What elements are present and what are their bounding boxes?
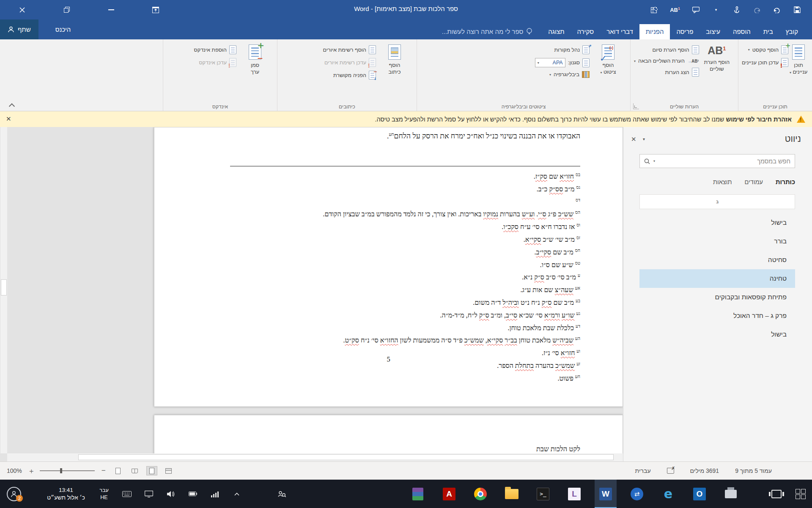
navigation-heading-4[interactable]: פתיחת קופסאות ובקבוקים <box>639 288 795 306</box>
footnote-line-1[interactable]: גסמ״ב סס״ק כ״ב. <box>184 182 580 195</box>
taskbar-app-file-explorer[interactable] <box>501 480 523 508</box>
tell-me-box[interactable]: ספר לי מה אתה רוצה לעשות... <box>433 28 542 39</box>
footnote-qat-icon[interactable]: AB1 <box>670 6 680 13</box>
taskbar-app-word[interactable]: W <box>595 480 617 508</box>
insert-index-button[interactable]: הוספת אינדקס <box>194 45 236 54</box>
next-page-text[interactable]: לקט הלכות שבת <box>536 445 580 453</box>
vertical-scroll-thumb[interactable] <box>1 279 7 295</box>
taskbar-app-chrome[interactable] <box>469 480 491 508</box>
taskbar-app-outlook[interactable]: O <box>689 480 710 508</box>
insert-table-of-figures-button[interactable]: הוסף רשימת איורים <box>323 45 376 54</box>
navigation-heading-3[interactable]: טחינה <box>639 269 795 288</box>
add-text-button[interactable]: + הוסף טקסט▾ <box>742 45 788 54</box>
clock[interactable]: 13:41 כ׳ אלול תשע״ט <box>41 480 91 508</box>
taskbar-app-edge[interactable]: e <box>657 480 679 508</box>
save-icon[interactable] <box>793 5 802 14</box>
footnote-line-4[interactable]: וסאז נדברו ח״א סי׳ ע״ח סקכ״ו. <box>184 220 580 232</box>
taskbar-app-acrobat[interactable]: A <box>438 480 460 508</box>
volume-icon[interactable] <box>163 480 178 508</box>
tab-7[interactable]: סקירה <box>571 24 601 39</box>
footnote-line-2[interactable]: דס <box>184 195 580 207</box>
navigation-heading-5[interactable]: פרק ג – חדר האוכל <box>639 306 795 325</box>
collapse-ribbon-icon[interactable] <box>9 102 14 108</box>
warning-close-icon[interactable]: ✕ <box>6 115 11 123</box>
footnote-reference[interactable]: חע <box>389 132 394 137</box>
footnotes-dialog-launcher-icon[interactable] <box>633 103 639 109</box>
footnote-line-12[interactable]: דעכלכלת שבת מלאכת טוחן. <box>184 321 580 334</box>
navigation-tab-1[interactable]: עמודים <box>745 179 763 185</box>
search-options-icon[interactable]: ▾ <box>653 159 655 163</box>
tab-2[interactable]: הוספה <box>727 24 757 39</box>
network-icon[interactable] <box>207 480 222 508</box>
next-footnote-button[interactable]: AB¹→ הערת השוליים הבאה▾ <box>634 58 699 64</box>
footnote-line-13[interactable]: העשביה״ש מלאכת טוחן בב״ר סקי״א, שמש״כ פ״… <box>184 333 580 346</box>
print-layout-button[interactable] <box>146 466 157 475</box>
page-indicator[interactable]: עמוד 5 מתוך 9 <box>735 467 772 474</box>
footnote-line-16[interactable]: חעפשוט. <box>184 371 580 384</box>
footnote-line-11[interactable]: געשו״ע ורמ״א סי׳ שכ״א סי״ב, ומ״ב ס״ק ל״ח… <box>184 308 580 321</box>
navigation-tab-2[interactable]: תוצאות <box>713 179 732 185</box>
zoom-out-icon[interactable]: − <box>101 467 107 475</box>
navigation-tab-0[interactable]: כותרות <box>776 179 795 185</box>
proofing-errors-icon[interactable] <box>667 468 674 474</box>
web-layout-button[interactable] <box>163 466 174 475</box>
vertical-scrollbar[interactable] <box>0 127 7 453</box>
touch-mode-icon[interactable] <box>732 5 741 14</box>
tab-0[interactable]: קובץ <box>779 24 804 39</box>
footnote-line-9[interactable]: אעשעה״צ שם אות ע״ג. <box>184 283 580 295</box>
navigation-heading-2[interactable]: סחיטה <box>639 251 795 269</box>
people-button[interactable]: 2 <box>3 480 25 508</box>
footnote-line-10[interactable]: בעמ״ב שם ס״ק נ״ח נ״ט וביה״ל ד״ה משום. <box>184 295 580 308</box>
tab-6[interactable]: דברי דואר <box>600 24 639 39</box>
update-toc-button[interactable]: ! עדכן תוכן עניינים <box>742 58 788 67</box>
style-select[interactable]: ▾APA <box>535 58 565 67</box>
taskbar-app-printer[interactable] <box>720 480 742 508</box>
zoom-in-icon[interactable]: ＋ <box>28 466 34 476</box>
language-switcher[interactable]: עבר HE <box>95 480 113 508</box>
taskbar-app-console[interactable]: >_ <box>532 480 554 508</box>
search-people-icon[interactable] <box>274 480 289 508</box>
tab-4[interactable]: פריסה <box>670 24 700 39</box>
sign-in-button[interactable]: היכנס <box>38 26 88 33</box>
comment-icon[interactable] <box>691 5 700 14</box>
tab-1[interactable]: בית <box>757 24 779 39</box>
mark-entry-button[interactable]: +− סמןערך <box>236 43 274 75</box>
navigation-blank-heading[interactable]: ב <box>639 194 795 209</box>
show-notes-button[interactable]: הצג הערות <box>634 68 699 77</box>
zoom-slider-thumb[interactable] <box>60 468 62 473</box>
hidden-icons-chevron-icon[interactable] <box>229 480 244 508</box>
insert-citation-button[interactable]: ✓(-) הוסףציטוט ▾ <box>590 43 627 75</box>
bibliography-button[interactable]: ביבליוגרפיה▾ <box>484 71 590 78</box>
undo-icon[interactable] <box>752 5 761 14</box>
share-button[interactable]: שתף <box>0 19 38 39</box>
insert-endnote-button[interactable]: הוסף הערת סיום <box>634 45 699 54</box>
navigation-heading-0[interactable]: בישול <box>639 213 795 232</box>
navigation-search-box[interactable]: חפש במסמך ▾ <box>639 154 795 168</box>
start-button[interactable] <box>789 480 812 508</box>
redo-icon[interactable] <box>772 5 782 14</box>
manage-sources-button[interactable]: ⇗ נהל מקורות <box>484 45 590 54</box>
touch-keyboard-icon[interactable] <box>119 480 134 508</box>
footnote-line-7[interactable]: טסש״ע שם ס״ו. <box>184 258 580 271</box>
read-mode-button[interactable] <box>129 466 140 475</box>
document-page[interactable]: האבוקדו או את הבננה בשינוי כנ״ל ואח״כ ימ… <box>154 127 623 407</box>
document-body-line[interactable]: האבוקדו או את הבננה בשינוי כנ״ל ואח״כ ימ… <box>387 132 580 141</box>
task-view-button[interactable] <box>766 480 787 508</box>
word-count[interactable]: 3691 מילים <box>690 467 719 474</box>
navigation-options-icon[interactable]: ▾ <box>643 137 645 141</box>
footnote-line-6[interactable]: חסמ״ב שם סקי״ב. <box>184 245 580 258</box>
battery-icon[interactable] <box>185 480 200 508</box>
navigation-heading-6[interactable]: בישול <box>639 325 795 344</box>
qat-dropdown-icon[interactable]: ▾ <box>711 5 721 14</box>
taskbar-app-lightshot[interactable]: L <box>563 480 585 508</box>
footnote-line-3[interactable]: הסשש״כ פ״ג ס״י. וע״ש בהערות נמוקיו באריכ… <box>184 207 580 220</box>
navigation-heading-1[interactable]: בורר <box>639 232 795 251</box>
zoom-level[interactable]: 100% <box>7 467 22 474</box>
tab-3[interactable]: עיצוב <box>700 24 727 39</box>
zoom-slider[interactable] <box>40 470 95 471</box>
table-of-contents-button[interactable]: תוכןעניינים ▾ <box>788 43 809 75</box>
horizontal-scroll-thumb[interactable] <box>78 454 614 460</box>
remote-monitor-icon[interactable] <box>141 480 156 508</box>
footnote-line-0[interactable]: בסחזו״א שם סק״ז. <box>184 169 580 182</box>
tab-8[interactable]: תצוגה <box>542 24 571 39</box>
